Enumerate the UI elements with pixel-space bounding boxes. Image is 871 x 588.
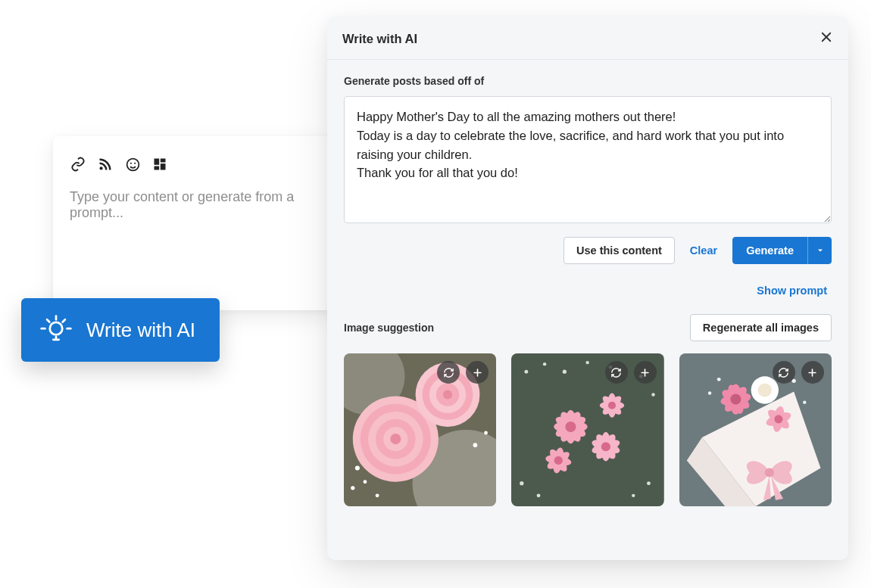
svg-point-71 — [566, 422, 576, 432]
image-suggestion-thumb[interactable] — [679, 353, 832, 506]
svg-point-47 — [351, 486, 354, 490]
svg-rect-19 — [161, 163, 166, 170]
svg-point-61 — [647, 481, 651, 485]
svg-point-5 — [317, 79, 328, 90]
svg-rect-20 — [155, 166, 160, 170]
use-this-content-button[interactable]: Use this content — [563, 237, 675, 264]
svg-point-62 — [632, 494, 635, 497]
refresh-image-icon[interactable] — [605, 361, 628, 384]
emoji-icon[interactable] — [124, 156, 141, 173]
refresh-image-icon[interactable] — [773, 361, 795, 384]
panel-header: Write with AI — [327, 17, 848, 60]
svg-point-60 — [537, 493, 541, 497]
svg-point-103 — [774, 415, 782, 423]
svg-point-48 — [376, 493, 379, 497]
svg-point-105 — [707, 391, 710, 394]
svg-point-54 — [525, 370, 529, 374]
generate-button[interactable]: Generate — [732, 237, 807, 264]
generate-dropdown-button[interactable] — [807, 237, 832, 264]
svg-point-3 — [270, 48, 281, 58]
sparkle-decoration — [277, 498, 303, 524]
write-with-ai-button[interactable]: Write with AI — [21, 298, 220, 362]
svg-point-15 — [130, 162, 131, 163]
grid-icon[interactable] — [151, 156, 168, 173]
close-button[interactable] — [819, 30, 833, 47]
svg-point-82 — [554, 456, 563, 465]
prompt-textarea[interactable] — [344, 96, 832, 223]
composer-toolbar — [70, 156, 317, 173]
refresh-image-icon[interactable] — [437, 361, 460, 384]
svg-point-63 — [586, 361, 589, 364]
clear-button[interactable]: Clear — [685, 238, 722, 263]
svg-point-56 — [563, 370, 567, 374]
svg-point-0 — [251, 72, 261, 82]
svg-point-104 — [716, 378, 720, 381]
svg-point-58 — [652, 393, 655, 396]
write-with-ai-panel: Write with AI Generate posts based off o… — [327, 17, 848, 560]
link-icon[interactable] — [70, 156, 86, 173]
svg-point-49 — [473, 443, 478, 447]
svg-point-107 — [803, 400, 806, 403]
svg-rect-18 — [161, 159, 166, 163]
svg-point-55 — [543, 362, 546, 366]
sparkle-decoration — [250, 448, 292, 490]
lightbulb-icon — [39, 313, 73, 347]
regenerate-all-images-button[interactable]: Regenerate all images — [690, 314, 832, 341]
prompt-section-label: Generate posts based off of — [344, 75, 832, 87]
image-suggestion-label: Image suggestion — [344, 322, 434, 334]
write-with-ai-label: Write with AI — [86, 319, 195, 342]
image-suggestion-thumb[interactable] — [511, 353, 663, 506]
svg-point-14 — [126, 158, 139, 170]
add-image-icon[interactable] — [801, 361, 824, 384]
svg-point-97 — [730, 394, 741, 405]
svg-point-46 — [364, 480, 367, 484]
generate-split-button: Generate — [732, 237, 832, 264]
panel-title: Write with AI — [342, 32, 417, 46]
svg-point-59 — [520, 481, 524, 485]
composer-card: Type your content or generate from a pro… — [53, 136, 333, 310]
image-suggestion-header: Image suggestion Regenerate all images — [344, 314, 832, 341]
image-suggestion-thumb[interactable] — [344, 353, 496, 506]
prompt-actions-row: Use this content Clear Generate — [344, 237, 832, 264]
svg-point-99 — [757, 383, 771, 397]
svg-point-21 — [50, 322, 63, 335]
rss-icon[interactable] — [97, 156, 114, 173]
add-image-icon[interactable] — [466, 361, 489, 384]
svg-rect-17 — [155, 159, 160, 165]
svg-point-44 — [443, 390, 452, 399]
svg-point-16 — [134, 162, 136, 163]
show-prompt-button[interactable]: Show prompt — [752, 278, 832, 303]
svg-point-39 — [390, 434, 401, 444]
svg-point-13 — [100, 166, 103, 170]
svg-line-28 — [63, 319, 65, 322]
svg-point-45 — [355, 465, 360, 470]
svg-line-27 — [47, 319, 49, 322]
svg-point-77 — [601, 442, 610, 451]
composer-placeholder[interactable]: Type your content or generate from a pro… — [70, 189, 317, 221]
add-image-icon[interactable] — [634, 361, 657, 384]
svg-point-50 — [484, 431, 488, 435]
svg-point-87 — [608, 402, 616, 409]
image-suggestion-row — [344, 353, 832, 506]
